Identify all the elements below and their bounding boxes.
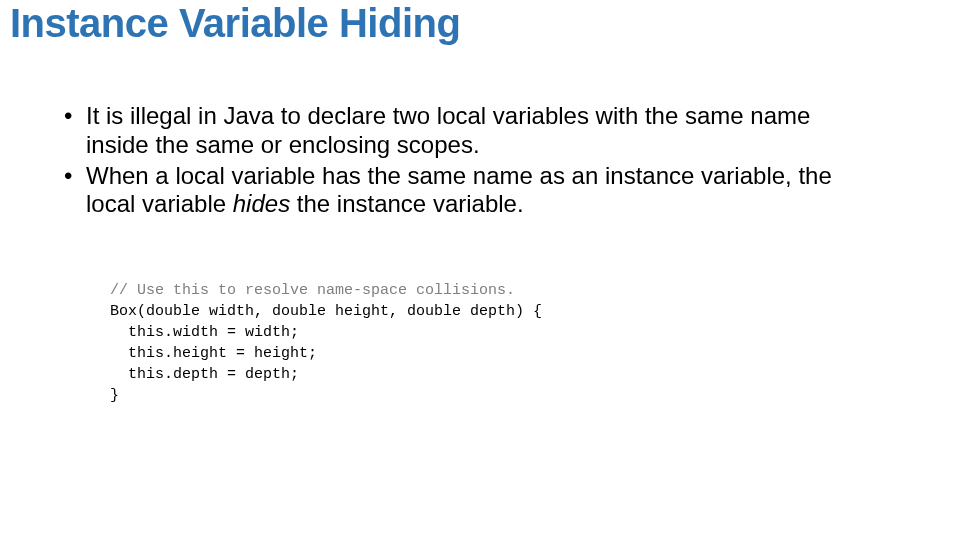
code-line-3: this.width = width; [110, 324, 299, 341]
slide-body: It is illegal in Java to declare two loc… [62, 102, 902, 221]
code-line-2: Box(double width, double height, double … [110, 303, 542, 320]
code-line-5: this.depth = depth; [110, 366, 299, 383]
bullet-2-line1: When a local variable has the same name … [86, 162, 832, 189]
bullet-2-italic: hides [233, 190, 290, 217]
bullet-1-line2: inside the same or enclosing scopes. [86, 131, 480, 158]
slide-title: Instance Variable Hiding [10, 2, 460, 44]
bullet-2: When a local variable has the same name … [62, 162, 902, 220]
code-snippet: // Use this to resolve name-space collis… [110, 280, 542, 406]
bullet-1: It is illegal in Java to declare two loc… [62, 102, 902, 160]
code-comment: // Use this to resolve name-space collis… [110, 282, 515, 299]
bullet-1-line1: It is illegal in Java to declare two loc… [86, 102, 810, 129]
code-line-4: this.height = height; [110, 345, 317, 362]
bullet-2-line2a: local variable [86, 190, 233, 217]
bullet-2-line2b: the instance variable. [290, 190, 523, 217]
code-line-6: } [110, 387, 119, 404]
